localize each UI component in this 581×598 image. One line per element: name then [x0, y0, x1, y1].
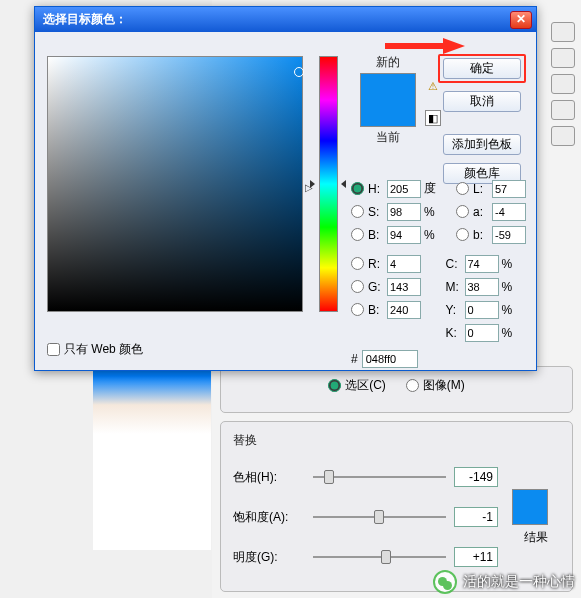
radio-r[interactable]	[351, 257, 364, 270]
hue-value[interactable]	[454, 467, 498, 487]
svg-marker-0	[385, 38, 465, 54]
radio-h[interactable]	[351, 182, 364, 195]
input-g[interactable]	[387, 278, 421, 296]
radio-g[interactable]	[351, 280, 364, 293]
sat-value[interactable]	[454, 507, 498, 527]
close-button[interactable]: ✕	[510, 11, 532, 29]
sv-indicator: ▷	[305, 182, 313, 193]
result-label: 结果	[512, 529, 560, 546]
radio-selection[interactable]: 选区(C)	[328, 377, 386, 394]
color-field-cursor	[294, 67, 304, 77]
hue-slider[interactable]	[313, 476, 446, 478]
add-swatch-button[interactable]: 添加到色板	[443, 134, 521, 155]
input-l[interactable]	[492, 180, 526, 198]
input-c[interactable]	[465, 255, 499, 273]
hue-label: 色相(H):	[233, 469, 305, 486]
light-slider[interactable]	[313, 556, 446, 558]
web-only-checkbox[interactable]: 只有 Web 颜色	[47, 341, 143, 358]
radio-s[interactable]	[351, 205, 364, 218]
radio-l[interactable]	[456, 182, 469, 195]
new-color-label: 新的	[353, 54, 423, 71]
radio-lab-b[interactable]	[456, 228, 469, 241]
hue-strip[interactable]	[319, 56, 338, 312]
input-a[interactable]	[492, 203, 526, 221]
light-value[interactable]	[454, 547, 498, 567]
light-label: 明度(G):	[233, 549, 305, 566]
input-m[interactable]	[465, 278, 499, 296]
input-lab-b[interactable]	[492, 226, 526, 244]
input-hex[interactable]	[362, 350, 418, 368]
result-swatch[interactable]	[512, 489, 548, 525]
input-k[interactable]	[465, 324, 499, 342]
input-s[interactable]	[387, 203, 421, 221]
current-color-label: 当前	[353, 129, 423, 146]
cancel-button[interactable]: 取消	[443, 91, 521, 112]
ok-button[interactable]: 确定	[443, 58, 521, 79]
wechat-icon	[433, 570, 457, 594]
color-preview-swatch[interactable]	[360, 73, 416, 127]
replace-legend: 替换	[233, 432, 560, 449]
radio-a[interactable]	[456, 205, 469, 218]
sat-slider[interactable]	[313, 516, 446, 518]
input-h[interactable]	[387, 180, 421, 198]
radio-b[interactable]	[351, 228, 364, 241]
hex-label: #	[351, 352, 358, 366]
ok-highlight: 确定	[438, 54, 526, 83]
input-b[interactable]	[387, 226, 421, 244]
watermark: 活的就是一种心情	[433, 570, 575, 594]
dialog-title: 选择目标颜色：	[43, 11, 127, 28]
color-picker-dialog: 选择目标颜色： ✕ ▷ 新的 当前 ⚠ ◧ 确定 取消 添加到色板 颜色库	[34, 6, 537, 371]
input-rgb-b[interactable]	[387, 301, 421, 319]
input-r[interactable]	[387, 255, 421, 273]
sat-label: 饱和度(A):	[233, 509, 305, 526]
titlebar[interactable]: 选择目标颜色： ✕	[35, 7, 536, 32]
radio-image[interactable]: 图像(M)	[406, 377, 465, 394]
annotation-arrow	[385, 38, 465, 54]
side-buttons	[551, 22, 575, 146]
radio-rgb-b[interactable]	[351, 303, 364, 316]
input-y[interactable]	[465, 301, 499, 319]
color-field[interactable]	[47, 56, 303, 312]
